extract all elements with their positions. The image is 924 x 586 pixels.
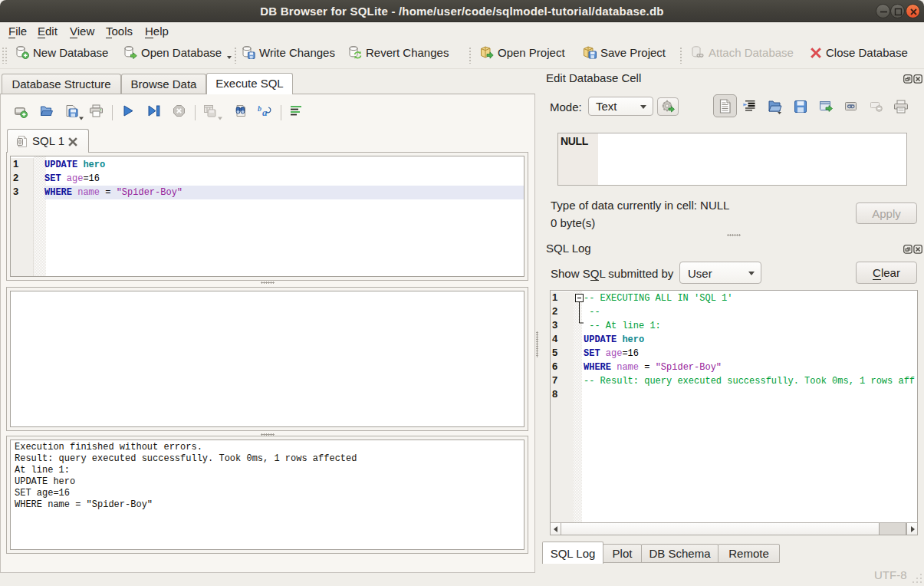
- svg-text:b: b: [258, 104, 261, 113]
